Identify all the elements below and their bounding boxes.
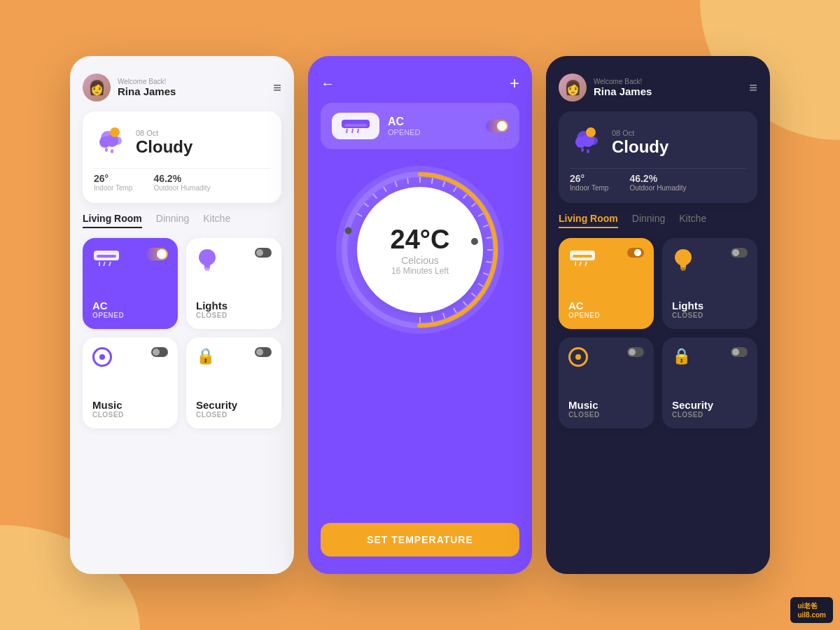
ac-power-toggle[interactable]: [486, 120, 508, 132]
ac-toggle-light[interactable]: [146, 248, 168, 260]
svg-line-45: [432, 316, 433, 322]
tab-living-room-dark[interactable]: Living Room: [559, 213, 618, 228]
room-tabs-dark: Living Room Dinning Kitche: [559, 213, 757, 228]
tab-kitchen-dark[interactable]: Kitche: [679, 213, 706, 228]
music-toggle-light[interactable]: [151, 347, 168, 357]
svg-line-26: [395, 181, 397, 187]
svg-line-34: [478, 214, 483, 216]
header-text-light: Welcome Back! Rina James: [118, 78, 176, 97]
svg-point-5: [110, 127, 120, 137]
user-name-light: Rina James: [118, 85, 176, 97]
lights-name-light: Lights: [196, 300, 272, 312]
svg-point-56: [581, 148, 584, 152]
header-light: 👩 Welcome Back! Rina James ≡: [83, 74, 281, 102]
music-name-light: Music: [92, 399, 168, 411]
weather-stats-dark: 26° Indoor Temp 46.2% Outdoor Humadity: [570, 168, 746, 192]
header-user-dark: 👩 Welcome Back! Rina James: [559, 74, 652, 102]
svg-line-38: [486, 262, 492, 262]
lights-name-dark: Lights: [672, 300, 748, 312]
menu-icon-light[interactable]: ≡: [273, 80, 281, 96]
set-temperature-button[interactable]: SET TEMPERATURE: [321, 523, 519, 556]
add-button[interactable]: +: [510, 74, 519, 93]
svg-rect-63: [680, 267, 686, 270]
thermostat-svg: generate ticks: [336, 166, 504, 334]
svg-line-33: [472, 203, 476, 206]
outdoor-humidity-label-light: Outdoor Humadity: [153, 184, 210, 192]
weather-top-dark: 08 Oct Cloudy: [570, 122, 746, 162]
security-name-dark: Security: [672, 399, 748, 411]
watermark: ui老爸 uil8.com: [790, 597, 833, 623]
music-name-dark: Music: [568, 399, 644, 411]
ac-icon-light: [92, 248, 120, 270]
ac-toggle-dark[interactable]: [627, 248, 644, 258]
ac-status-light: OPENED: [92, 312, 168, 319]
weather-info-dark: 08 Oct Cloudy: [612, 129, 668, 157]
avatar-dark: 👩: [559, 74, 587, 102]
svg-point-47: [336, 166, 504, 334]
weather-date-dark: 08 Oct: [612, 129, 668, 137]
svg-point-6: [105, 148, 108, 152]
device-card-security-dark[interactable]: 🔒 Security CLOSED: [662, 337, 757, 428]
weather-card-light: 08 Oct Cloudy 26° Indoor Temp 46.2% Outd…: [83, 111, 281, 203]
device-card-music-light[interactable]: Music CLOSED: [83, 337, 178, 428]
svg-line-39: [483, 273, 489, 275]
device-card-music-dark[interactable]: Music CLOSED: [559, 337, 654, 428]
room-tabs-light: Living Room Dinning Kitche: [83, 213, 281, 228]
screen-dark: 👩 Welcome Back! Rina James ≡: [546, 56, 770, 574]
security-toggle-light[interactable]: [255, 347, 272, 357]
indoor-temp-val-light: 26°: [94, 173, 132, 184]
weather-info-light: 08 Oct Cloudy: [136, 129, 192, 157]
security-status-light: CLOSED: [196, 411, 272, 419]
music-card-header-light: [92, 347, 168, 367]
screen-light: 👩 Welcome Back! Rina James ≡: [70, 56, 294, 574]
security-name-light: Security: [196, 399, 272, 411]
device-card-lights-light[interactable]: Lights CLOSED: [186, 238, 281, 329]
menu-icon-dark[interactable]: ≡: [749, 80, 757, 96]
device-card-lights-dark[interactable]: Lights CLOSED: [662, 238, 757, 329]
svg-line-23: [364, 203, 368, 206]
device-card-ac-light[interactable]: AC OPENED: [83, 238, 178, 329]
lights-status-light: CLOSED: [196, 312, 272, 319]
lights-card-header-dark: [672, 248, 748, 276]
svg-rect-59: [573, 255, 592, 258]
tab-kitchen-light[interactable]: Kitche: [203, 213, 230, 228]
stat-indoor-light: 26° Indoor Temp: [94, 173, 132, 192]
tab-living-room-light[interactable]: Living Room: [83, 213, 142, 228]
lights-toggle-dark[interactable]: [731, 248, 748, 258]
screen-ac-control: ← + AC OPENED: [308, 56, 532, 574]
watermark-url: uil8.com: [797, 611, 826, 619]
ac-device-text: AC OPENED: [388, 115, 420, 136]
avatar-image-light: 👩: [83, 74, 111, 102]
lights-toggle-light[interactable]: [255, 248, 272, 258]
music-icon-light: [92, 347, 112, 367]
security-status-dark: CLOSED: [672, 411, 748, 419]
svg-point-7: [111, 149, 113, 153]
indoor-temp-label-light: Indoor Temp: [94, 184, 132, 192]
lights-status-dark: CLOSED: [672, 312, 748, 319]
tab-dinning-dark[interactable]: Dinning: [632, 213, 665, 228]
device-card-security-light[interactable]: 🔒 Security CLOSED: [186, 337, 281, 428]
watermark-text: ui老爸: [797, 601, 826, 611]
svg-point-49: [471, 238, 478, 245]
back-button[interactable]: ←: [321, 76, 335, 92]
ac-icon-box: [332, 113, 379, 139]
security-toggle-dark[interactable]: [731, 347, 748, 357]
svg-line-22: [357, 214, 362, 216]
svg-line-43: [454, 308, 456, 313]
music-icon-dark: [568, 347, 588, 367]
music-toggle-dark[interactable]: [627, 347, 644, 357]
svg-line-12: [109, 262, 111, 266]
device-card-ac-dark[interactable]: AC OPENED: [559, 238, 654, 329]
tab-dinning-light[interactable]: Dinning: [156, 213, 189, 228]
svg-line-24: [373, 194, 377, 198]
thermostat-outer[interactable]: generate ticks: [336, 166, 504, 334]
lights-card-header-light: [196, 248, 272, 276]
svg-point-55: [586, 127, 596, 137]
avatar-image-dark: 👩: [559, 74, 587, 102]
weather-icon-dark: [570, 122, 603, 162]
svg-rect-13: [204, 267, 210, 270]
header-user-light: 👩 Welcome Back! Rina James: [83, 74, 176, 102]
lights-icon-light: [196, 248, 218, 276]
svg-point-53: [589, 136, 598, 145]
svg-line-35: [483, 225, 489, 227]
